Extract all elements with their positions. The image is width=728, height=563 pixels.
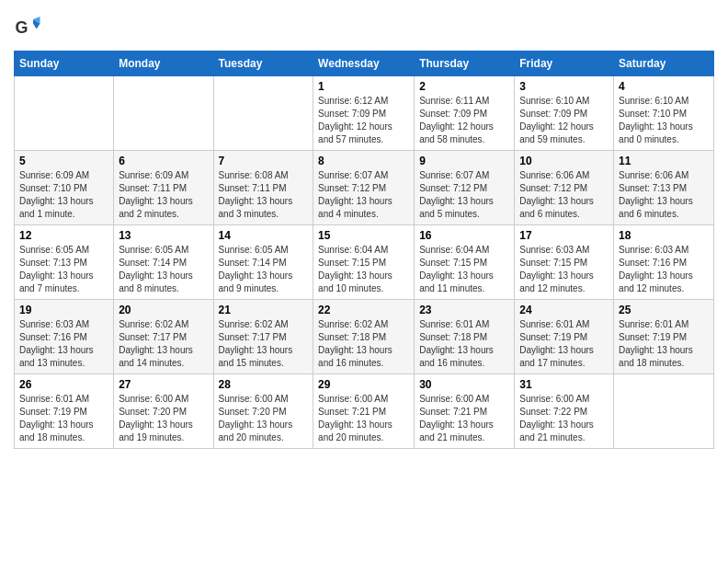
- header-cell-thursday: Thursday: [415, 52, 515, 76]
- calendar-cell: [114, 76, 213, 151]
- day-number: 30: [419, 378, 509, 391]
- day-number: 15: [318, 229, 409, 242]
- day-info: Sunrise: 6:00 AM Sunset: 7:22 PM Dayligh…: [519, 393, 609, 444]
- day-info: Sunrise: 6:03 AM Sunset: 7:15 PM Dayligh…: [519, 244, 609, 295]
- day-info: Sunrise: 6:09 AM Sunset: 7:10 PM Dayligh…: [19, 169, 108, 221]
- day-number: 13: [119, 229, 208, 242]
- day-info: Sunrise: 6:01 AM Sunset: 7:19 PM Dayligh…: [19, 393, 108, 444]
- calendar-cell: 3Sunrise: 6:10 AM Sunset: 7:09 PM Daylig…: [515, 76, 614, 151]
- day-number: 20: [119, 304, 208, 316]
- week-row-4: 19Sunrise: 6:03 AM Sunset: 7:16 PM Dayli…: [15, 300, 714, 374]
- day-info: Sunrise: 6:12 AM Sunset: 7:09 PM Dayligh…: [318, 95, 409, 146]
- calendar-cell: 12Sunrise: 6:05 AM Sunset: 7:13 PM Dayli…: [15, 225, 114, 300]
- day-info: Sunrise: 6:00 AM Sunset: 7:21 PM Dayligh…: [419, 393, 509, 444]
- calendar-cell: 30Sunrise: 6:00 AM Sunset: 7:21 PM Dayli…: [415, 374, 515, 449]
- day-info: Sunrise: 6:01 AM Sunset: 7:19 PM Dayligh…: [519, 318, 609, 370]
- day-number: 1: [318, 80, 409, 93]
- calendar-cell: 8Sunrise: 6:07 AM Sunset: 7:12 PM Daylig…: [313, 151, 415, 225]
- day-info: Sunrise: 6:02 AM Sunset: 7:18 PM Dayligh…: [318, 318, 409, 370]
- day-number: 27: [119, 378, 208, 391]
- calendar-cell: 4Sunrise: 6:10 AM Sunset: 7:10 PM Daylig…: [614, 76, 714, 151]
- calendar-table: SundayMondayTuesdayWednesdayThursdayFrid…: [14, 51, 714, 449]
- calendar-cell: [15, 76, 114, 151]
- day-number: 23: [419, 304, 509, 316]
- header: G: [14, 14, 714, 41]
- day-info: Sunrise: 6:02 AM Sunset: 7:17 PM Dayligh…: [219, 318, 309, 370]
- header-cell-monday: Monday: [114, 52, 213, 76]
- header-cell-friday: Friday: [515, 52, 614, 76]
- week-row-5: 26Sunrise: 6:01 AM Sunset: 7:19 PM Dayli…: [15, 374, 714, 449]
- calendar-cell: 27Sunrise: 6:00 AM Sunset: 7:20 PM Dayli…: [114, 374, 213, 449]
- day-number: 11: [619, 155, 709, 167]
- day-number: 16: [419, 229, 509, 242]
- calendar-cell: 5Sunrise: 6:09 AM Sunset: 7:10 PM Daylig…: [15, 151, 114, 225]
- calendar-cell: 26Sunrise: 6:01 AM Sunset: 7:19 PM Dayli…: [15, 374, 114, 449]
- day-number: 21: [219, 304, 309, 316]
- day-number: 12: [19, 229, 108, 242]
- calendar-cell: 31Sunrise: 6:00 AM Sunset: 7:22 PM Dayli…: [515, 374, 614, 449]
- day-info: Sunrise: 6:09 AM Sunset: 7:11 PM Dayligh…: [119, 169, 208, 221]
- calendar-cell: 17Sunrise: 6:03 AM Sunset: 7:15 PM Dayli…: [515, 225, 614, 300]
- day-info: Sunrise: 6:01 AM Sunset: 7:19 PM Dayligh…: [619, 318, 709, 370]
- day-number: 24: [519, 304, 609, 316]
- day-info: Sunrise: 6:07 AM Sunset: 7:12 PM Dayligh…: [419, 169, 509, 221]
- header-cell-saturday: Saturday: [614, 52, 714, 76]
- calendar-cell: 24Sunrise: 6:01 AM Sunset: 7:19 PM Dayli…: [515, 300, 614, 374]
- day-number: 8: [318, 155, 409, 167]
- day-number: 10: [519, 155, 609, 167]
- day-info: Sunrise: 6:05 AM Sunset: 7:14 PM Dayligh…: [119, 244, 208, 295]
- day-number: 14: [219, 229, 309, 242]
- day-info: Sunrise: 6:02 AM Sunset: 7:17 PM Dayligh…: [119, 318, 208, 370]
- day-info: Sunrise: 6:07 AM Sunset: 7:12 PM Dayligh…: [318, 169, 409, 221]
- calendar-cell: 7Sunrise: 6:08 AM Sunset: 7:11 PM Daylig…: [213, 151, 313, 225]
- day-number: 17: [519, 229, 609, 242]
- day-number: 26: [19, 378, 108, 391]
- header-row: SundayMondayTuesdayWednesdayThursdayFrid…: [15, 52, 714, 76]
- day-number: 22: [318, 304, 409, 316]
- calendar-cell: [213, 76, 313, 151]
- day-info: Sunrise: 6:11 AM Sunset: 7:09 PM Dayligh…: [419, 95, 509, 146]
- calendar-cell: 14Sunrise: 6:05 AM Sunset: 7:14 PM Dayli…: [213, 225, 313, 300]
- calendar-cell: 21Sunrise: 6:02 AM Sunset: 7:17 PM Dayli…: [213, 300, 313, 374]
- week-row-2: 5Sunrise: 6:09 AM Sunset: 7:10 PM Daylig…: [15, 151, 714, 225]
- day-info: Sunrise: 6:00 AM Sunset: 7:20 PM Dayligh…: [219, 393, 309, 444]
- day-info: Sunrise: 6:01 AM Sunset: 7:18 PM Dayligh…: [419, 318, 509, 370]
- calendar-cell: 19Sunrise: 6:03 AM Sunset: 7:16 PM Dayli…: [15, 300, 114, 374]
- calendar-cell: 18Sunrise: 6:03 AM Sunset: 7:16 PM Dayli…: [614, 225, 714, 300]
- calendar-cell: 22Sunrise: 6:02 AM Sunset: 7:18 PM Dayli…: [313, 300, 415, 374]
- calendar-cell: 2Sunrise: 6:11 AM Sunset: 7:09 PM Daylig…: [415, 76, 515, 151]
- day-number: 25: [619, 304, 709, 316]
- day-info: Sunrise: 6:00 AM Sunset: 7:20 PM Dayligh…: [119, 393, 208, 444]
- day-number: 9: [419, 155, 509, 167]
- calendar-cell: 28Sunrise: 6:00 AM Sunset: 7:20 PM Dayli…: [213, 374, 313, 449]
- day-info: Sunrise: 6:06 AM Sunset: 7:12 PM Dayligh…: [519, 169, 609, 221]
- calendar-cell: 11Sunrise: 6:06 AM Sunset: 7:13 PM Dayli…: [614, 151, 714, 225]
- day-info: Sunrise: 6:10 AM Sunset: 7:09 PM Dayligh…: [519, 95, 609, 146]
- calendar-cell: 20Sunrise: 6:02 AM Sunset: 7:17 PM Dayli…: [114, 300, 213, 374]
- calendar-cell: 6Sunrise: 6:09 AM Sunset: 7:11 PM Daylig…: [114, 151, 213, 225]
- day-info: Sunrise: 6:03 AM Sunset: 7:16 PM Dayligh…: [619, 244, 709, 295]
- calendar-cell: 15Sunrise: 6:04 AM Sunset: 7:15 PM Dayli…: [313, 225, 415, 300]
- calendar-cell: 23Sunrise: 6:01 AM Sunset: 7:18 PM Dayli…: [415, 300, 515, 374]
- day-info: Sunrise: 6:05 AM Sunset: 7:13 PM Dayligh…: [19, 244, 108, 295]
- calendar-cell: 10Sunrise: 6:06 AM Sunset: 7:12 PM Dayli…: [515, 151, 614, 225]
- calendar-cell: 13Sunrise: 6:05 AM Sunset: 7:14 PM Dayli…: [114, 225, 213, 300]
- calendar-cell: 25Sunrise: 6:01 AM Sunset: 7:19 PM Dayli…: [614, 300, 714, 374]
- header-cell-tuesday: Tuesday: [213, 52, 313, 76]
- day-number: 29: [318, 378, 409, 391]
- day-number: 28: [219, 378, 309, 391]
- week-row-1: 1Sunrise: 6:12 AM Sunset: 7:09 PM Daylig…: [15, 76, 714, 151]
- day-number: 2: [419, 80, 509, 93]
- calendar-cell: 29Sunrise: 6:00 AM Sunset: 7:21 PM Dayli…: [313, 374, 415, 449]
- day-number: 4: [619, 80, 709, 93]
- logo-icon: G: [14, 14, 41, 41]
- logo: G: [14, 14, 45, 41]
- calendar-cell: [614, 374, 714, 449]
- day-info: Sunrise: 6:05 AM Sunset: 7:14 PM Dayligh…: [219, 244, 309, 295]
- week-row-3: 12Sunrise: 6:05 AM Sunset: 7:13 PM Dayli…: [15, 225, 714, 300]
- day-number: 31: [519, 378, 609, 391]
- day-number: 3: [519, 80, 609, 93]
- day-info: Sunrise: 6:04 AM Sunset: 7:15 PM Dayligh…: [419, 244, 509, 295]
- day-info: Sunrise: 6:04 AM Sunset: 7:15 PM Dayligh…: [318, 244, 409, 295]
- svg-text:G: G: [16, 18, 28, 37]
